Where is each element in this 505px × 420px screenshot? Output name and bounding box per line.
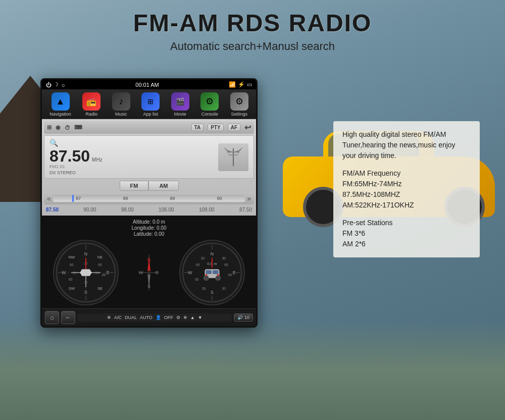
svg-text:30: 30 <box>201 256 205 260</box>
svg-text:30: 30 <box>222 256 226 260</box>
preset-1[interactable]: 87.50 <box>46 207 59 213</box>
slider-left-arrow[interactable]: « <box>47 194 51 202</box>
power-icon: ⏻ <box>46 82 52 88</box>
svg-text:30: 30 <box>222 287 226 290</box>
radio-icon: 📻 <box>82 92 100 111</box>
nav-info: Altitude: 0.0 m Longitude: 0.00 Latitude… <box>46 219 252 237</box>
app-applist[interactable]: ⊞ App list <box>141 92 160 117</box>
bottom-controls: ⌂ ← ❄ A/C DUAL AUTO 👤 OFF ⚙ ❄ ▲ ▼ 🔊 10 <box>42 308 256 326</box>
latitude-info: Latitude: 0.00 <box>46 231 252 237</box>
auto-label: AUTO <box>140 315 153 320</box>
svg-rect-53 <box>213 270 219 274</box>
slider-right-arrow[interactable]: » <box>247 194 251 202</box>
device-screen: ⏻ ☽ ☼ 00:01 AM 📶 ⚡ ▭ ▲ Navigation 📻 Radi… <box>40 78 258 328</box>
toolbar-right-icons: TA PTY AF ↩ <box>191 123 251 132</box>
console-icon: ⚙ <box>200 92 219 111</box>
compass-svg: N S W E <box>136 252 162 293</box>
frequency-display: 🔍 87.50 MHz FM1 01 DX STEREO <box>44 135 254 179</box>
svg-text:SE: SE <box>97 286 103 291</box>
svg-point-56 <box>206 274 208 276</box>
preset-2[interactable]: 90.00 <box>83 207 96 213</box>
svg-text:60: 60 <box>98 263 102 267</box>
svg-text:60: 60 <box>69 278 73 281</box>
person-icon: 👤 <box>156 315 161 320</box>
gauges-row: N S W E NE NW SE SW <box>46 240 252 305</box>
main-title: FM-AM RDS RADIO <box>0 9 505 37</box>
longitude-info: Longitude: 0.00 <box>46 225 252 231</box>
ac-controls-area: ❄ A/C DUAL AUTO 👤 OFF ⚙ ❄ ▲ ▼ <box>77 313 232 322</box>
svg-point-57 <box>217 274 219 276</box>
app-radio[interactable]: 📻 Radio <box>82 92 100 117</box>
frequency-mode: FM1 01 <box>49 164 103 169</box>
preset-5[interactable]: 108.00 <box>199 207 215 213</box>
left-gauge: N S W E NE NW SE SW <box>53 240 119 305</box>
preset-6[interactable]: 87.50 <box>239 207 252 213</box>
app-settings[interactable]: ⚙ Settings <box>230 92 248 117</box>
af-button[interactable]: AF <box>228 124 240 131</box>
ac-label: A/C <box>114 315 122 320</box>
slider-mark-88: 88 <box>123 196 128 201</box>
brightness-icon: ☼ <box>61 82 66 88</box>
wifi-icon: ⚡ <box>238 81 245 88</box>
navigation-icon: ▲ <box>52 92 70 111</box>
sub-title: Automatic search+Manusl search <box>0 40 505 53</box>
console-label: Console <box>201 112 218 117</box>
status-left-icons: ⏻ ☽ ☼ <box>46 81 66 88</box>
svg-text:60: 60 <box>225 263 229 267</box>
main-content: FM-AM RDS RADIO Automatic search+Manusl … <box>0 0 505 420</box>
slider-track[interactable]: 87 88 89 90 <box>53 195 245 202</box>
title-section: FM-AM RDS RADIO Automatic search+Manusl … <box>0 0 505 53</box>
preset-fm: FM 3*6 <box>342 228 471 239</box>
music-icon: ♪ <box>112 92 130 111</box>
volume-button[interactable]: 🔊 10 <box>234 313 253 322</box>
svg-text:W: W <box>188 270 193 275</box>
svg-text:60: 60 <box>102 273 106 277</box>
svg-text:60: 60 <box>228 273 232 277</box>
svg-text:60: 60 <box>196 263 200 267</box>
home-button[interactable]: ⌂ <box>45 311 59 324</box>
slider-mark-90: 90 <box>217 196 222 201</box>
info-para-2: FM/AM Frequency FM:65MHz-74MHz 87.5MHz-1… <box>342 168 471 211</box>
preset-4[interactable]: 106.00 <box>159 207 174 213</box>
svg-text:N: N <box>211 251 214 256</box>
app-menu: ▲ Navigation 📻 Radio ♪ Music ⊞ App list … <box>42 89 256 119</box>
svg-text:E: E <box>156 270 159 275</box>
night-icon: ☽ <box>54 81 59 88</box>
clock-icon: ⏱ <box>65 125 70 131</box>
ac-icon: ❄ <box>107 315 111 320</box>
movie-label: Movie <box>174 112 186 117</box>
movie-icon: 🎬 <box>171 92 189 111</box>
rds-icon: ◉ <box>56 124 61 131</box>
radio-toolbar: ⊞ ◉ ⏱ ⌨ TA PTY AF ↩ <box>44 121 254 134</box>
back-button[interactable]: ← <box>61 311 75 324</box>
app-navigation[interactable]: ▲ Navigation <box>49 92 71 117</box>
fm-button[interactable]: FM <box>120 181 149 191</box>
svg-text:E: E <box>106 270 109 275</box>
ta-button[interactable]: TA <box>191 124 204 131</box>
applist-label: App list <box>143 112 158 117</box>
preset-am: AM 2*6 <box>342 239 471 249</box>
am-button[interactable]: AM <box>148 181 178 191</box>
preset-3[interactable]: 98.00 <box>121 207 134 213</box>
preset-stations: 87.50 90.00 98.00 106.00 108.00 87.50 <box>44 206 254 214</box>
dual-label: DUAL <box>125 315 137 320</box>
svg-rect-52 <box>206 270 212 274</box>
stereo-label: DX STEREO <box>49 170 103 175</box>
app-console[interactable]: ⚙ Console <box>200 92 219 117</box>
frequency-number: 87.50 <box>49 148 90 164</box>
pty-button[interactable]: PTY <box>208 124 223 131</box>
fm-am-buttons: FM AM <box>44 181 254 191</box>
svg-text:E: E <box>233 270 236 275</box>
altitude-info: Altitude: 0.0 m <box>46 219 252 225</box>
app-movie[interactable]: 🎬 Movie <box>171 92 189 117</box>
freq-line3: AM:522KHz-171OKHZ <box>342 200 471 211</box>
equalizer-icon: ⊞ <box>47 124 52 131</box>
navigation-panel: Altitude: 0.0 m Longitude: 0.00 Latitude… <box>42 216 256 308</box>
fan-icon: ⚙ <box>176 315 180 320</box>
compass-center: N S W E <box>136 252 162 293</box>
info-para-1: High quality digital stereo FM/AM Tuner,… <box>342 129 471 161</box>
left-gauge-svg: N S W E NE NW SE SW <box>54 241 118 304</box>
status-time: 00:01 AM <box>135 82 159 88</box>
settings-icon: ⚙ <box>230 92 248 111</box>
app-music[interactable]: ♪ Music <box>112 92 130 117</box>
